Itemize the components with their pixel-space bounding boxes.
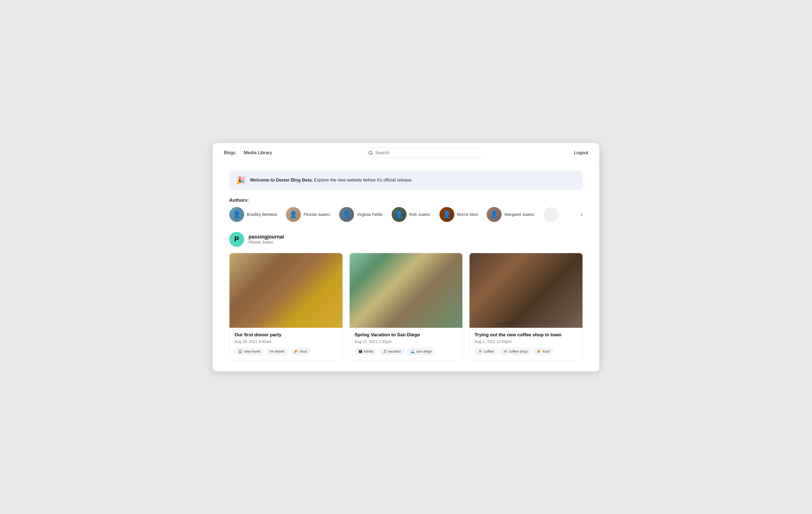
tag-new-home[interactable]: 🏠 new home [234, 348, 264, 355]
avatar-flossie: 👤 [286, 207, 301, 222]
card-title-dinner: Our first dinner party [234, 332, 338, 338]
author-item-morris[interactable]: 👤 Morris Nice [439, 207, 478, 222]
journal-header: P passingjournal Flossie Juarez [229, 232, 583, 247]
welcome-banner: 🎉 Welcome to Dexter Blog Beta. Explore t… [229, 171, 583, 190]
author-name-flossie: Flossie Juarez [303, 212, 330, 217]
card-date-vacation: Aug 12, 2021 2:33pm [355, 340, 458, 344]
card-date-dinner: Aug 18, 2021 8:40am [234, 340, 338, 344]
card-dinner-party[interactable]: Our first dinner party Aug 18, 2021 8:40… [229, 253, 343, 360]
author-name-morris: Morris Nice [457, 212, 478, 217]
journal-info: passingjournal Flossie Juarez [249, 234, 284, 244]
cards-row: Our first dinner party Aug 18, 2021 8:40… [229, 253, 583, 360]
card-title-vacation: Spring Vacation to San Diego [355, 332, 458, 338]
author-name-rob: Rob Juarez [409, 212, 431, 217]
svg-line-1 [372, 154, 372, 155]
tag-family[interactable]: 👨‍👩‍👧 family [355, 348, 377, 355]
banner-bold: Welcome to Dexter Blog Beta. [250, 178, 313, 182]
author-name-virginia: Virginia Fields [357, 212, 383, 217]
header: Blogs Media Library Logout [213, 143, 599, 163]
avatar-morris: 👤 [439, 207, 454, 222]
tag-emoji-coffee: ☕ [478, 349, 483, 353]
journal-name: passingjournal [249, 234, 284, 240]
card-body-coffee: Trying out the new coffee shop in town A… [469, 328, 582, 360]
card-image-family [350, 253, 463, 328]
author-name-margaret: Margaret Juarez [504, 212, 534, 217]
tag-label-food-1: food [300, 349, 307, 353]
card-image-coffee [469, 253, 582, 328]
author-item-rob[interactable]: 👤 Rob Juarez [392, 207, 431, 222]
tag-label-coffee: coffee [484, 349, 494, 353]
tag-san-diego[interactable]: 🌊 san diego [407, 348, 435, 355]
header-nav: Blogs Media Library [224, 150, 272, 156]
avatar-margaret: 👤 [487, 207, 501, 222]
tag-emoji-san-diego: 🌊 [410, 349, 415, 353]
tag-label-vacation: vacation [388, 349, 401, 353]
journal-avatar: P [229, 232, 244, 247]
card-coffee[interactable]: Trying out the new coffee shop in town A… [469, 253, 583, 360]
journal-author: Flossie Juarez [249, 240, 284, 244]
card-title-coffee: Trying out the new coffee shop in town [474, 332, 578, 338]
banner-icon: 🎉 [236, 176, 245, 185]
card-body-dinner: Our first dinner party Aug 18, 2021 8:40… [230, 328, 343, 360]
tag-label-family: family [364, 349, 373, 353]
tag-emoji-new-home: 🏠 [238, 349, 242, 353]
avatar-virginia: 👤 [339, 207, 354, 222]
search-bar[interactable] [362, 148, 484, 158]
card-vacation[interactable]: Spring Vacation to San Diego Aug 12, 202… [349, 253, 463, 360]
tag-label-new-home: new home [244, 349, 260, 353]
authors-section: Authors: 👤 Bradley Benbow 👤 Flossie Juar… [229, 197, 583, 222]
tag-coffee-shop[interactable]: ☕ coffee shop [500, 348, 531, 355]
card-tags-coffee: ☕ coffee ☕ coffee shop 🌮 food [474, 348, 578, 355]
tag-food-1[interactable]: 🌮 food [291, 348, 311, 355]
app-window: Blogs Media Library Logout 🎉 Welcome to … [213, 143, 599, 371]
avatar-bradley: 👤 [229, 207, 244, 222]
card-tags-vacation: 👨‍👩‍👧 family 🏖 vacation 🌊 san diego [355, 348, 458, 355]
tag-emoji-family: 👨‍👩‍👧 [358, 349, 362, 353]
tag-emoji-food-2: 🌮 [537, 349, 541, 353]
search-icon [368, 150, 373, 155]
banner-text: Welcome to Dexter Blog Beta. Explore the… [250, 178, 413, 183]
tag-vacation[interactable]: 🏖 vacation [379, 348, 405, 355]
author-item-flossie[interactable]: 👤 Flossie Juarez [286, 207, 330, 222]
banner-description: Explore the new website before it's offi… [313, 178, 413, 182]
author-item-empty[interactable] [544, 207, 558, 222]
authors-next-button[interactable]: › [581, 211, 583, 218]
author-item-margaret[interactable]: 👤 Margaret Juarez [487, 207, 534, 222]
tag-food-2[interactable]: 🌮 food [533, 348, 553, 355]
author-name-bradley: Bradley Benbow [247, 212, 277, 217]
logout-button[interactable]: Logout [574, 150, 588, 156]
tag-emoji-coffee-shop: ☕ [503, 349, 508, 353]
tag-label-san-diego: san diego [416, 349, 432, 353]
author-item-bradley[interactable]: 👤 Bradley Benbow [229, 207, 277, 222]
search-input[interactable] [375, 150, 478, 155]
tag-label-coffee-shop: coffee shop [509, 349, 527, 353]
card-date-coffee: Aug 1, 2021 12:02pm [474, 340, 578, 344]
tag-label-food-2: food [543, 349, 550, 353]
tag-label-dinner: dinner [275, 349, 285, 353]
card-body-vacation: Spring Vacation to San Diego Aug 12, 202… [350, 328, 463, 360]
avatar-rob: 👤 [392, 207, 407, 222]
tag-emoji-food-1: 🌮 [294, 349, 298, 353]
journal-section: P passingjournal Flossie Juarez Our firs… [229, 232, 583, 360]
tag-coffee[interactable]: ☕ coffee [474, 348, 497, 355]
tag-emoji-vacation: 🏖 [383, 349, 386, 353]
authors-row: 👤 Bradley Benbow 👤 Flossie Juarez 👤 Virg… [229, 207, 583, 222]
nav-blogs[interactable]: Blogs [224, 150, 236, 156]
card-tags-dinner: 🏠 new home 🍽 dinner 🌮 food [234, 348, 338, 355]
tag-emoji-dinner: 🍽 [270, 349, 273, 353]
avatar-empty [544, 207, 558, 222]
card-image-food [230, 253, 343, 328]
tag-dinner[interactable]: 🍽 dinner [266, 348, 288, 355]
nav-media-library[interactable]: Media Library [244, 150, 272, 156]
author-item-virginia[interactable]: 👤 Virginia Fields [339, 207, 383, 222]
authors-label: Authors: [229, 197, 583, 203]
